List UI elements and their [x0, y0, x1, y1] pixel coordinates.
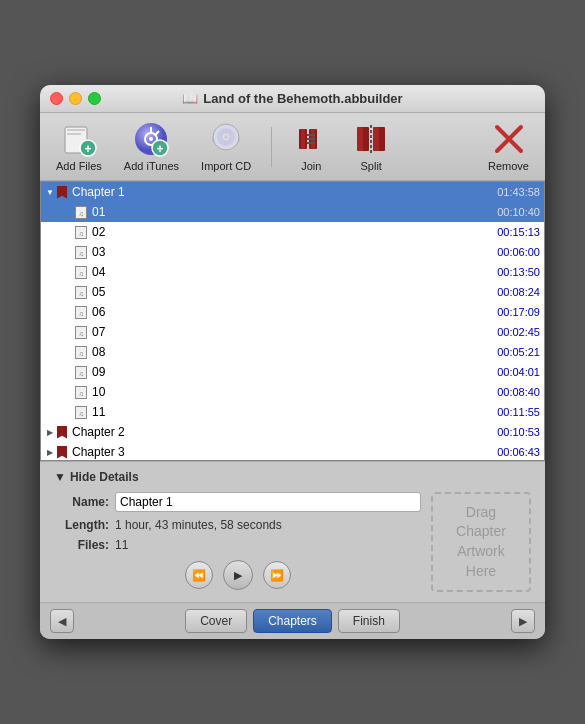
file-label-ch1-7: 08 [92, 345, 480, 359]
svg-text:+: + [157, 142, 164, 156]
length-value: 1 hour, 43 minutes, 58 seconds [115, 518, 282, 532]
title-text: Land of the Behemoth.abbuilder [203, 91, 402, 106]
chapter-time-ch2: 00:10:53 [480, 426, 540, 438]
svg-rect-1 [67, 129, 85, 131]
add-files-label: Add Files [56, 160, 102, 172]
svg-point-7 [149, 137, 153, 141]
file-label-ch1-2: 03 [92, 245, 480, 259]
rewind-button[interactable]: ⏪ [185, 561, 213, 589]
title-icon: 📖 [182, 91, 198, 106]
play-button[interactable]: ▶ [223, 560, 253, 590]
details-body: Name: Length: 1 hour, 43 minutes, 58 sec… [54, 492, 531, 596]
svg-text:+: + [84, 142, 91, 156]
chapter-time-ch3: 00:06:43 [480, 446, 540, 458]
file-label-ch1-4: 05 [92, 285, 480, 299]
import-cd-button[interactable]: Import CD [195, 119, 257, 174]
toggle-label: Hide Details [70, 470, 139, 484]
play-icon: ▶ [234, 569, 242, 582]
chapter-icon-ch1 [57, 186, 67, 199]
nav-back-button[interactable]: ◀ [50, 609, 74, 633]
artwork-drop-zone[interactable]: DragChapterArtworkHere [431, 492, 531, 592]
file-row-ch1-7[interactable]: ♫0800:05:21 [41, 342, 544, 362]
forward-icon: ⏩ [270, 569, 284, 582]
file-row-ch1-6[interactable]: ♫0700:02:45 [41, 322, 544, 342]
details-panel: ▼ Hide Details Name: Length: 1 hour, 43 … [40, 461, 545, 602]
name-label: Name: [54, 495, 109, 509]
back-arrow-icon: ◀ [58, 615, 66, 628]
expand-arrow-ch3: ▶ [45, 447, 55, 457]
artwork-text: DragChapterArtworkHere [456, 503, 506, 581]
split-label: Split [361, 160, 382, 172]
file-icon-ch1-8: ♫ [75, 366, 87, 379]
svg-rect-22 [357, 127, 363, 151]
file-row-ch1-9[interactable]: ♫1000:08:40 [41, 382, 544, 402]
file-icon-ch1-7: ♫ [75, 346, 87, 359]
file-label-ch1-10: 11 [92, 405, 480, 419]
import-cd-icon [208, 121, 244, 157]
join-button[interactable]: Join [286, 119, 336, 174]
file-time-ch1-0: 00:10:40 [480, 206, 540, 218]
file-row-ch1-4[interactable]: ♫0500:08:24 [41, 282, 544, 302]
join-label: Join [301, 160, 321, 172]
chapter-icon-ch2 [57, 426, 67, 439]
file-label-ch1-5: 06 [92, 305, 480, 319]
file-time-ch1-8: 00:04:01 [480, 366, 540, 378]
file-icon-ch1-2: ♫ [75, 246, 87, 259]
split-button[interactable]: Split [346, 119, 396, 174]
chapter-label-ch2: Chapter 2 [72, 425, 480, 439]
file-icon-ch1-1: ♫ [75, 226, 87, 239]
name-input[interactable] [115, 492, 421, 512]
forward-button[interactable]: ⏩ [263, 561, 291, 589]
svg-rect-2 [67, 133, 81, 135]
file-icon-ch1-9: ♫ [75, 386, 87, 399]
file-time-ch1-9: 00:08:40 [480, 386, 540, 398]
add-itunes-icon: + [133, 121, 169, 157]
rewind-icon: ⏪ [192, 569, 206, 582]
hide-details-toggle[interactable]: ▼ Hide Details [54, 470, 531, 484]
nav-forward-button[interactable]: ▶ [511, 609, 535, 633]
file-row-ch1-1[interactable]: ♫0200:15:13 [41, 222, 544, 242]
minimize-button[interactable] [69, 92, 82, 105]
remove-label: Remove [488, 160, 529, 172]
file-label-ch1-8: 09 [92, 365, 480, 379]
cover-button[interactable]: Cover [185, 609, 247, 633]
add-itunes-button[interactable]: + Add iTunes [118, 119, 185, 174]
chapter-list[interactable]: ▼Chapter 101:43:58♫0100:10:40♫0200:15:13… [40, 181, 545, 461]
file-icon-ch1-10: ♫ [75, 406, 87, 419]
file-row-ch1-10[interactable]: ♫1100:11:55 [41, 402, 544, 422]
forward-arrow-icon: ▶ [519, 615, 527, 628]
toolbar-separator-1 [271, 127, 272, 167]
length-label: Length: [54, 518, 109, 532]
split-icon [353, 121, 389, 157]
finish-button[interactable]: Finish [338, 609, 400, 633]
traffic-lights [50, 92, 101, 105]
file-icon-ch1-3: ♫ [75, 266, 87, 279]
add-files-button[interactable]: + Add Files [50, 119, 108, 174]
file-row-ch1-0[interactable]: ♫0100:10:40 [41, 202, 544, 222]
name-row: Name: [54, 492, 421, 512]
file-icon-ch1-5: ♫ [75, 306, 87, 319]
file-label-ch1-0: 01 [92, 205, 480, 219]
chapter-label-ch3: Chapter 3 [72, 445, 480, 459]
app-window: 📖 Land of the Behemoth.abbuilder + Add F… [40, 85, 545, 639]
chapter-row-ch2[interactable]: ▶Chapter 200:10:53 [41, 422, 544, 442]
files-label: Files: [54, 538, 109, 552]
file-row-ch1-8[interactable]: ♫0900:04:01 [41, 362, 544, 382]
file-label-ch1-3: 04 [92, 265, 480, 279]
add-itunes-label: Add iTunes [124, 160, 179, 172]
close-button[interactable] [50, 92, 63, 105]
file-time-ch1-5: 00:17:09 [480, 306, 540, 318]
file-time-ch1-4: 00:08:24 [480, 286, 540, 298]
maximize-button[interactable] [88, 92, 101, 105]
remove-button[interactable]: Remove [482, 119, 535, 174]
chapter-label-ch1: Chapter 1 [72, 185, 480, 199]
file-row-ch1-2[interactable]: ♫0300:06:00 [41, 242, 544, 262]
add-files-icon: + [61, 121, 97, 157]
file-row-ch1-3[interactable]: ♫0400:13:50 [41, 262, 544, 282]
chapter-row-ch3[interactable]: ▶Chapter 300:06:43 [41, 442, 544, 461]
remove-icon [491, 121, 527, 157]
chapter-row-ch1[interactable]: ▼Chapter 101:43:58 [41, 182, 544, 202]
join-icon [293, 121, 329, 157]
file-row-ch1-5[interactable]: ♫0600:17:09 [41, 302, 544, 322]
chapters-button[interactable]: Chapters [253, 609, 332, 633]
